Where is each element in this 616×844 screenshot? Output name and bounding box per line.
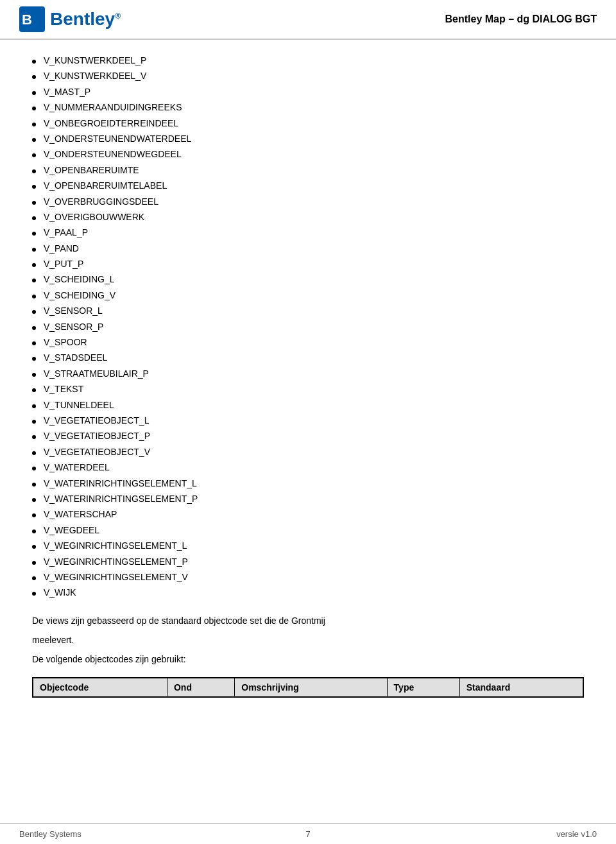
bullet-dot-icon [32, 107, 36, 110]
bullet-dot-icon [32, 388, 36, 392]
list-item-label: V_MAST_P [44, 85, 90, 99]
bullet-dot-icon [32, 248, 36, 252]
bullet-dot-icon [32, 60, 36, 64]
bullet-dot-icon [32, 420, 36, 424]
table-column-header: Ond [167, 678, 234, 696]
footer-page-number: 7 [305, 829, 310, 839]
footer-company: Bentley Systems [19, 829, 81, 839]
table-column-header: Omschrijving [235, 678, 387, 696]
list-item: V_ONDERSTEUNENDWATERDEEL [32, 131, 584, 146]
list-item-label: V_SPOOR [44, 335, 87, 349]
list-item-label: V_VEGETATIEOBJECT_P [44, 429, 150, 443]
bullet-dot-icon [32, 404, 36, 408]
list-item: V_SCHEIDING_L [32, 271, 584, 287]
list-item-label: V_KUNSTWERKDEEL_P [44, 53, 146, 67]
page-footer: Bentley Systems 7 versie v1.0 [0, 823, 616, 844]
description-line2: meelevert. [32, 633, 584, 647]
list-item-label: V_ONDERSTEUNENDWEGDEEL [44, 147, 182, 161]
list-item: V_SENSOR_L [32, 303, 584, 318]
bullet-dot-icon [32, 592, 36, 596]
bullet-dot-icon [32, 561, 36, 565]
list-item-label: V_WATERDEEL [44, 460, 110, 474]
bullet-dot-icon [32, 530, 36, 533]
list-item: V_WATERSCHAP [32, 506, 584, 522]
bullet-dot-icon [32, 373, 36, 377]
list-item-label: V_WIJK [44, 585, 76, 599]
logo-registered: ® [115, 12, 121, 21]
objectcodes-table: ObjectcodeOndOmschrijvingTypeStandaard [33, 678, 583, 697]
list-item-label: V_PAND [44, 241, 79, 255]
list-item-label: V_WATERINRICHTINGSELEMENT_P [44, 492, 198, 506]
list-item: V_PAND [32, 241, 584, 256]
list-item: V_MAST_P [32, 84, 584, 99]
list-item: V_WATERINRICHTINGSELEMENT_P [32, 491, 584, 506]
list-item-label: V_TUNNELDEEL [44, 398, 114, 412]
list-item-label: V_OPENBARERUIMTE [44, 163, 139, 177]
list-item-label: V_PAAL_P [44, 225, 88, 239]
list-item: V_VEGETATIEOBJECT_P [32, 428, 584, 444]
list-item: V_ONDERSTEUNENDWEGDEEL [32, 146, 584, 162]
bullet-dot-icon [32, 326, 36, 330]
bullet-dot-icon [32, 232, 36, 236]
list-item: V_ONBEGROEIDTERREINDEEL [32, 116, 584, 131]
description-line1: De views zijn gebasseerd op de standaard… [32, 614, 584, 628]
table-column-header: Objectcode [33, 678, 167, 696]
bullet-dot-icon [32, 201, 36, 205]
list-item-label: V_PUT_P [44, 257, 83, 271]
list-item-label: V_SCHEIDING_V [44, 288, 116, 302]
bullet-dot-icon [32, 545, 36, 549]
list-item-label: V_WEGINRICHTINGSELEMENT_V [44, 570, 188, 584]
bullet-dot-icon [32, 513, 36, 517]
table-column-header: Type [387, 678, 459, 696]
list-item: V_KUNSTWERKDEEL_V [32, 68, 584, 83]
document-title: Bentley Map – dg DIALOG BGT [445, 13, 597, 25]
bullet-dot-icon [32, 138, 36, 142]
bullet-dot-icon [32, 341, 36, 345]
list-item-label: V_WEGINRICHTINGSELEMENT_L [44, 538, 187, 553]
bullet-dot-icon [32, 483, 36, 487]
footer-version: versie v1.0 [556, 829, 597, 839]
list-item: V_PUT_P [32, 256, 584, 271]
items-list: V_KUNSTWERKDEEL_PV_KUNSTWERKDEEL_VV_MAST… [32, 53, 584, 601]
bullet-dot-icon [32, 435, 36, 439]
list-item: V_SPOOR [32, 334, 584, 350]
bullet-dot-icon [32, 467, 36, 470]
list-item-label: V_WATERSCHAP [44, 507, 117, 521]
list-item-label: V_VEGETATIEOBJECT_L [44, 413, 149, 427]
list-item-label: V_WATERINRICHTINGSELEMENT_L [44, 476, 197, 490]
list-item: V_VEGETATIEOBJECT_L [32, 413, 584, 428]
list-item-label: V_ONDERSTEUNENDWATERDEEL [44, 132, 191, 146]
list-item: V_PAAL_P [32, 225, 584, 240]
list-item: V_WEGDEEL [32, 522, 584, 538]
list-item: V_NUMMERAANDUIDINGREEKS [32, 99, 584, 115]
list-item: V_STADSDEEL [32, 350, 584, 365]
bullet-dot-icon [32, 216, 36, 220]
description-line3: De volgende objectcodes zijn gebruikt: [32, 652, 584, 666]
list-item-label: V_OVERBRUGGINGSDEEL [44, 194, 158, 209]
table-header-row: ObjectcodeOndOmschrijvingTypeStandaard [33, 678, 583, 696]
list-item: V_WIJK [32, 585, 584, 600]
bullet-dot-icon [32, 185, 36, 189]
list-item-label: V_OVERIGBOUWWERK [44, 210, 144, 224]
list-item-label: V_STADSDEEL [44, 350, 107, 365]
list-item-label: V_NUMMERAANDUIDINGREEKS [44, 100, 182, 114]
list-item-label: V_ONBEGROEIDTERREINDEEL [44, 116, 178, 130]
main-content: V_KUNSTWERKDEEL_PV_KUNSTWERKDEEL_VV_MAST… [0, 46, 616, 704]
list-item: V_KUNSTWERKDEEL_P [32, 53, 584, 68]
bullet-dot-icon [32, 263, 36, 267]
list-item: V_WEGINRICHTINGSELEMENT_V [32, 569, 584, 585]
objectcodes-table-container: ObjectcodeOndOmschrijvingTypeStandaard [32, 677, 584, 698]
list-item: V_TUNNELDEEL [32, 397, 584, 413]
list-item-label: V_STRAATMEUBILAIR_P [44, 366, 149, 381]
bullet-dot-icon [32, 451, 36, 455]
list-item: V_OPENBARERUIMTE [32, 162, 584, 178]
list-item: V_WEGINRICHTINGSELEMENT_L [32, 538, 584, 553]
bullet-dot-icon [32, 91, 36, 95]
bentley-logo-icon: B [19, 6, 45, 32]
list-item: V_SCHEIDING_V [32, 288, 584, 303]
list-item-label: V_TEKST [44, 382, 83, 396]
list-item-label: V_SENSOR_P [44, 320, 103, 334]
bullet-dot-icon [32, 169, 36, 173]
list-item-label: V_KUNSTWERKDEEL_V [44, 69, 146, 83]
bullet-dot-icon [32, 75, 36, 79]
